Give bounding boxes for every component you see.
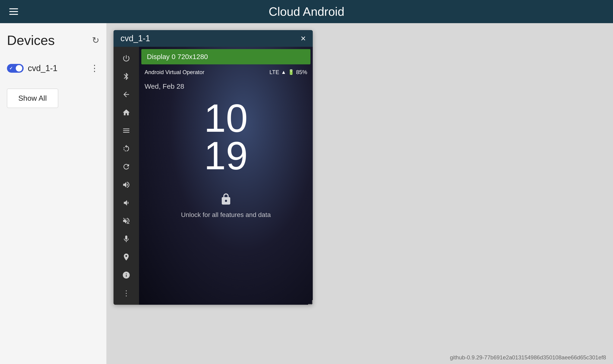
sidebar-header: Devices ↻ <box>7 32 99 48</box>
microphone-icon[interactable] <box>119 232 133 246</box>
lock-time-minute: 19 <box>145 137 307 175</box>
lock-unlock-section[interactable]: Unlock for all features and data <box>139 193 313 219</box>
lock-date-label: Wed, Feb 28 <box>145 82 184 90</box>
lock-time-hour: 10 <box>145 100 307 137</box>
bluetooth-icon[interactable] <box>119 69 133 83</box>
status-right: LTE ▲ 🔋 85% <box>269 69 307 76</box>
device-more-button[interactable]: ⋮ <box>90 63 99 73</box>
sidebar-title: Devices <box>7 32 55 48</box>
main-content: cvd_1-1 × <box>107 23 613 364</box>
window-close-button[interactable]: × <box>301 34 306 43</box>
device-list-item: ✓ cvd_1-1 ⋮ <box>7 60 99 77</box>
main-layout: Devices ↻ ✓ cvd_1-1 ⋮ Show All cvd_1-1 × <box>0 23 613 364</box>
home-icon[interactable] <box>119 105 133 119</box>
phone-screen-content: Display 0 720x1280 Android Virtual Opera… <box>139 49 313 219</box>
volume-down-icon[interactable] <box>119 196 133 210</box>
window-title: cvd_1-1 <box>120 34 150 43</box>
rotate-left-icon[interactable] <box>119 142 133 156</box>
window-titlebar: cvd_1-1 × <box>114 30 313 47</box>
battery-label: 85% <box>296 69 307 76</box>
lock-time-display: 10 19 <box>145 100 307 174</box>
page-title: Cloud Android <box>269 5 345 19</box>
display-selector-bar[interactable]: Display 0 720x1280 <box>141 49 310 64</box>
device-window: cvd_1-1 × <box>114 30 313 305</box>
refresh-button[interactable]: ↻ <box>92 35 99 45</box>
device-name-label: cvd_1-1 <box>28 64 57 73</box>
control-panel: ⋮ <box>114 47 139 305</box>
info-icon[interactable] <box>119 268 133 282</box>
show-all-button[interactable]: Show All <box>7 89 58 108</box>
power-icon[interactable] <box>119 52 133 65</box>
hamburger-menu-button[interactable] <box>9 8 18 15</box>
operator-label: Android Virtual Operator <box>145 69 204 76</box>
resize-handle[interactable] <box>308 300 313 305</box>
battery-icon: 🔋 <box>288 69 294 75</box>
device-body: ⋮ Display 0 720x1280 Android Virtual Ope… <box>114 47 313 305</box>
sidebar: Devices ↻ ✓ cvd_1-1 ⋮ Show All <box>0 23 107 364</box>
status-bar: Android Virtual Operator LTE ▲ 🔋 85% <box>139 67 313 78</box>
device-toggle[interactable]: ✓ <box>7 64 24 73</box>
lock-icon <box>220 193 232 208</box>
display-selector-label: Display 0 720x1280 <box>147 53 208 60</box>
signal-bars-icon: ▲ <box>281 69 286 75</box>
device-left-section: ✓ cvd_1-1 <box>7 64 57 73</box>
menu-lines-icon[interactable] <box>119 124 133 138</box>
toggle-check-icon: ✓ <box>9 66 13 71</box>
lock-screen: Wed, Feb 28 10 19 <box>139 78 313 184</box>
refresh-screen-icon[interactable] <box>119 160 133 174</box>
volume-up-icon[interactable] <box>119 178 133 192</box>
back-icon[interactable] <box>119 88 133 101</box>
volume-mute-icon[interactable] <box>119 214 133 228</box>
phone-screen[interactable]: Display 0 720x1280 Android Virtual Opera… <box>139 47 313 305</box>
more-vert-ctrl-icon[interactable]: ⋮ <box>119 286 133 300</box>
signal-label: LTE <box>269 69 279 76</box>
version-label: github-0.9.29-77b691e2a013154986d350108a… <box>450 354 606 361</box>
location-icon[interactable] <box>119 250 133 264</box>
header: Cloud Android <box>0 0 613 23</box>
unlock-text-label: Unlock for all features and data <box>181 211 271 219</box>
